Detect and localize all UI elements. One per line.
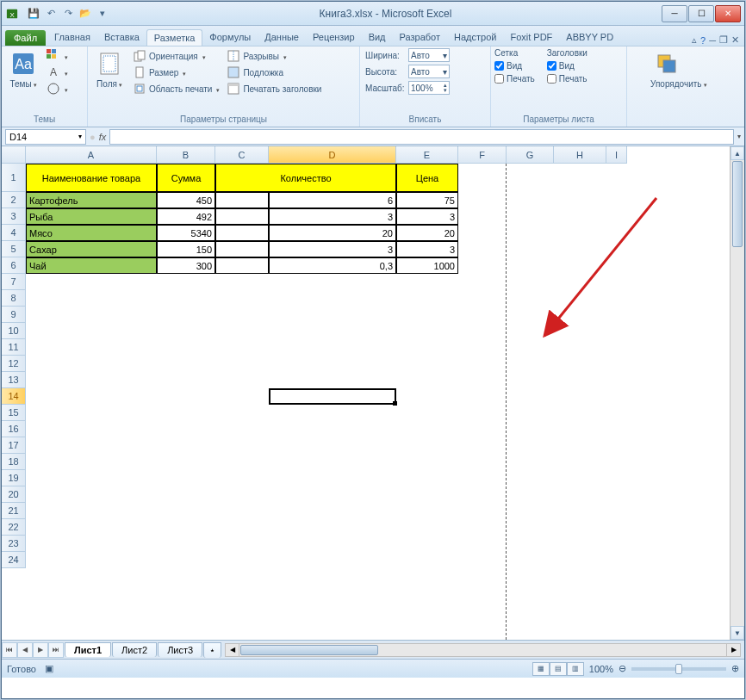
cell-qty-6[interactable]: 0,3 xyxy=(269,257,396,274)
print-area-button[interactable]: Область печати xyxy=(131,81,221,96)
cell-c-3[interactable] xyxy=(215,208,269,225)
scroll-up-icon[interactable]: ▲ xyxy=(730,146,744,160)
column-header-H[interactable]: H xyxy=(554,146,606,164)
save-icon[interactable]: 💾 xyxy=(26,6,41,22)
scroll-down-icon[interactable]: ▼ xyxy=(730,626,744,640)
ribbon-tab-5[interactable]: Рецензир xyxy=(306,29,362,46)
headings-print-checkbox[interactable]: Печать xyxy=(547,74,587,84)
ribbon-tab-10[interactable]: ABBYY PD xyxy=(559,29,620,46)
cell-c-5[interactable] xyxy=(215,241,269,257)
row-header-8[interactable]: 8 xyxy=(2,290,26,307)
minimize-button[interactable]: ─ xyxy=(662,5,687,22)
header-price[interactable]: Цена xyxy=(396,164,458,192)
row-header-16[interactable]: 16 xyxy=(2,421,26,437)
ribbon-tab-8[interactable]: Надстрой xyxy=(447,29,503,46)
height-select[interactable]: Авто▾ xyxy=(408,65,450,78)
ribbon-tab-0[interactable]: Главная xyxy=(47,29,97,46)
scale-input[interactable]: 100%▴▾ xyxy=(408,81,450,95)
themes-button[interactable]: Aa Темы xyxy=(5,48,41,90)
cell-price-2[interactable]: 75 xyxy=(396,192,458,208)
row-header-22[interactable]: 22 xyxy=(2,519,26,536)
doc-restore-icon[interactable]: ❐ xyxy=(719,34,728,46)
doc-minimize-icon[interactable]: ─ xyxy=(709,35,716,46)
row-header-9[interactable]: 9 xyxy=(2,307,26,323)
size-button[interactable]: Размер xyxy=(131,65,221,80)
header-name[interactable]: Наименование товара xyxy=(26,164,157,192)
row-header-20[interactable]: 20 xyxy=(2,486,26,503)
ribbon-tab-6[interactable]: Вид xyxy=(362,29,393,46)
horizontal-scrollbar[interactable]: ◀ ▶ xyxy=(225,643,741,657)
zoom-slider[interactable] xyxy=(631,667,726,671)
cell-price-5[interactable]: 3 xyxy=(396,241,458,257)
row-header-6[interactable]: 6 xyxy=(2,257,26,274)
help-icon[interactable]: ? xyxy=(700,35,706,46)
redo-icon[interactable]: ↷ xyxy=(60,6,76,22)
new-sheet-button[interactable]: ⋆ xyxy=(203,642,221,658)
open-icon[interactable]: 📂 xyxy=(78,6,93,22)
undo-icon[interactable]: ↶ xyxy=(43,6,59,22)
cell-sum-3[interactable]: 492 xyxy=(157,208,215,225)
zoom-level[interactable]: 100% xyxy=(589,664,613,674)
grid-print-checkbox[interactable]: Печать xyxy=(494,74,535,84)
cell-c-2[interactable] xyxy=(215,192,269,208)
macro-record-icon[interactable]: ▣ xyxy=(45,663,53,674)
orientation-button[interactable]: Ориентация xyxy=(131,48,221,64)
row-header-4[interactable]: 4 xyxy=(2,225,26,241)
cell-price-6[interactable]: 1000 xyxy=(396,257,458,274)
doc-close-icon[interactable]: ✕ xyxy=(731,34,739,46)
cell-sum-2[interactable]: 450 xyxy=(157,192,215,208)
row-header-17[interactable]: 17 xyxy=(2,437,26,454)
background-button[interactable]: Подложка xyxy=(225,65,323,80)
cell-name-2[interactable]: Картофель xyxy=(26,192,157,208)
selected-cell[interactable] xyxy=(269,388,396,405)
column-header-A[interactable]: A xyxy=(26,146,157,164)
cell-price-4[interactable]: 20 xyxy=(396,225,458,241)
scroll-left-icon[interactable]: ◀ xyxy=(226,644,239,656)
theme-effects-button[interactable] xyxy=(45,81,70,96)
zoom-in-button[interactable]: ⊕ xyxy=(731,663,739,674)
select-all-corner[interactable] xyxy=(2,146,26,164)
breaks-button[interactable]: Разрывы xyxy=(225,48,323,64)
cell-sum-5[interactable]: 150 xyxy=(157,241,215,257)
row-header-18[interactable]: 18 xyxy=(2,454,26,470)
column-header-I[interactable]: I xyxy=(606,146,627,164)
row-header-1[interactable]: 1 xyxy=(2,164,26,192)
ribbon-tab-7[interactable]: Разработ xyxy=(393,29,447,46)
row-header-2[interactable]: 2 xyxy=(2,192,26,208)
header-sum[interactable]: Сумма xyxy=(157,164,215,192)
width-select[interactable]: Авто▾ xyxy=(408,48,450,62)
name-box[interactable]: D14▾ xyxy=(5,129,86,145)
page-layout-view-button[interactable]: ▤ xyxy=(550,662,567,676)
cell-name-6[interactable]: Чай xyxy=(26,257,157,274)
ribbon-tab-9[interactable]: Foxit PDF xyxy=(503,29,559,46)
cell-price-3[interactable]: 3 xyxy=(396,208,458,225)
row-header-24[interactable]: 24 xyxy=(2,552,26,568)
theme-colors-button[interactable] xyxy=(45,48,70,64)
fx-icon[interactable]: fx xyxy=(99,132,107,142)
row-header-10[interactable]: 10 xyxy=(2,323,26,339)
column-header-E[interactable]: E xyxy=(396,146,458,164)
print-titles-button[interactable]: Печатать заголовки xyxy=(225,81,323,96)
column-header-B[interactable]: B xyxy=(157,146,215,164)
spreadsheet-grid[interactable]: ABCDEFGHI 123456789101112131415161718192… xyxy=(2,146,744,640)
ribbon-tab-2[interactable]: Разметка xyxy=(146,29,203,46)
sheet-tab-2[interactable]: Лист3 xyxy=(158,642,202,657)
row-header-11[interactable]: 11 xyxy=(2,339,26,356)
cell-qty-3[interactable]: 3 xyxy=(269,208,396,225)
row-header-3[interactable]: 3 xyxy=(2,208,26,225)
maximize-button[interactable]: ☐ xyxy=(688,5,714,22)
sheet-tab-1[interactable]: Лист2 xyxy=(112,642,157,657)
cell-c-4[interactable] xyxy=(215,225,269,241)
formula-input[interactable] xyxy=(109,129,734,145)
ribbon-minimize-icon[interactable]: ▵ xyxy=(692,34,697,46)
grid-view-checkbox[interactable]: Вид xyxy=(494,61,535,71)
ribbon-tab-1[interactable]: Вставка xyxy=(97,29,146,46)
column-header-D[interactable]: D xyxy=(269,146,396,164)
row-header-12[interactable]: 12 xyxy=(2,356,26,372)
headings-view-checkbox[interactable]: Вид xyxy=(547,61,587,71)
row-header-23[interactable]: 23 xyxy=(2,536,26,552)
row-header-15[interactable]: 15 xyxy=(2,405,26,421)
vertical-scrollbar[interactable]: ▲ ▼ xyxy=(730,146,744,640)
zoom-out-button[interactable]: ⊖ xyxy=(619,663,626,674)
file-tab[interactable]: Файл xyxy=(5,30,46,46)
